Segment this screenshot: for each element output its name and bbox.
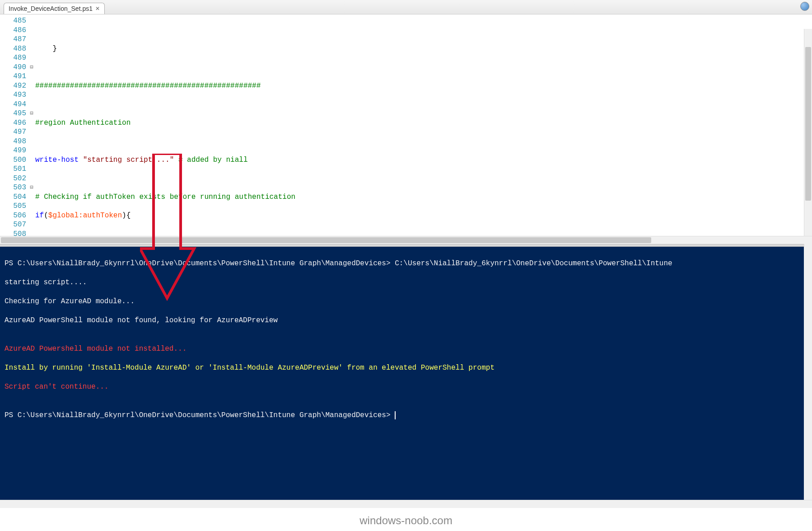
line-number: 495 [0,109,26,118]
console-horizontal-scrollbar[interactable] [0,500,812,508]
line-number: 488 [0,44,26,54]
line-number: 492 [0,81,26,91]
line-number: 491 [0,72,26,81]
scrollbar-thumb[interactable] [805,47,811,201]
code-line [35,63,812,72]
code-line: ########################################… [35,81,812,91]
line-number: 505 [0,202,26,211]
console-line: PS C:\Users\NiallBrady_6kynrrl\OneDrive\… [5,259,807,268]
line-number: 485 [0,16,26,26]
console-line: Checking for AzureAD module... [5,297,807,306]
line-number: 506 [0,211,26,221]
editor-vertical-scrollbar[interactable] [804,29,812,250]
code-line: # Checking if authToken exists before ru… [35,193,812,202]
console-error-line: AzureAD Powershell module not installed.… [5,344,807,354]
watermark-text: windows-noob.com [0,508,812,527]
line-number: 502 [0,174,26,183]
code-line: #region Authentication [35,118,812,128]
console-vertical-scrollbar[interactable] [804,247,812,500]
code-line: write-host "starting script...." # added… [35,155,812,165]
cursor-icon [395,411,396,419]
fold-toggle[interactable]: ⊟ [28,109,35,118]
powershell-console[interactable]: PS C:\Users\NiallBrady_6kynrrl\OneDrive\… [0,247,812,500]
code-area[interactable]: } ######################################… [35,14,812,236]
code-line [35,230,812,236]
line-number: 500 [0,155,26,165]
fold-toggle[interactable]: ⊟ [28,63,35,72]
line-number: 486 [0,26,26,35]
editor-horizontal-scrollbar[interactable] [0,236,812,244]
line-number: 493 [0,90,26,100]
fold-column: ⊟ ⊟ ⊟ [28,14,35,236]
console-line: starting script.... [5,278,807,287]
line-number: 497 [0,127,26,137]
line-number: 499 [0,146,26,155]
line-number: 501 [0,164,26,174]
line-number: 490 [0,63,26,72]
line-number: 487 [0,35,26,44]
console-error-line: Script can't continue... [5,382,807,392]
line-number: 504 [0,193,26,202]
line-number: 507 [0,220,26,230]
tab-title: Invoke_DeviceAction_Set.ps1 [9,5,93,12]
scrollbar-thumb[interactable] [1,237,651,243]
code-line: } [35,44,812,54]
tab-bar: Invoke_DeviceAction_Set.ps1 ✕ [0,0,812,14]
console-line: AzureAD PowerShell module not found, loo… [5,316,807,325]
code-line: if($global:authToken){ [35,211,812,221]
code-line [35,137,812,146]
code-line [35,100,812,109]
console-prompt: PS C:\Users\NiallBrady_6kynrrl\OneDrive\… [5,411,807,420]
code-line [35,26,812,35]
line-number: 503 [0,183,26,193]
code-editor[interactable]: 485 486 487 488 489 490 491 492 493 494 … [0,14,812,236]
line-number: 498 [0,137,26,146]
fold-toggle[interactable]: ⊟ [28,183,35,193]
console-warning-line: Install by running 'Install-Module Azure… [5,363,807,373]
file-tab[interactable]: Invoke_DeviceAction_Set.ps1 ✕ [4,3,105,14]
code-line [35,174,812,183]
line-number-gutter: 485 486 487 488 489 490 491 492 493 494 … [0,14,28,236]
expand-up-icon[interactable] [800,2,809,11]
line-number: 489 [0,53,26,63]
close-icon[interactable]: ✕ [95,5,100,12]
line-number: 496 [0,118,26,128]
line-number: 494 [0,100,26,109]
